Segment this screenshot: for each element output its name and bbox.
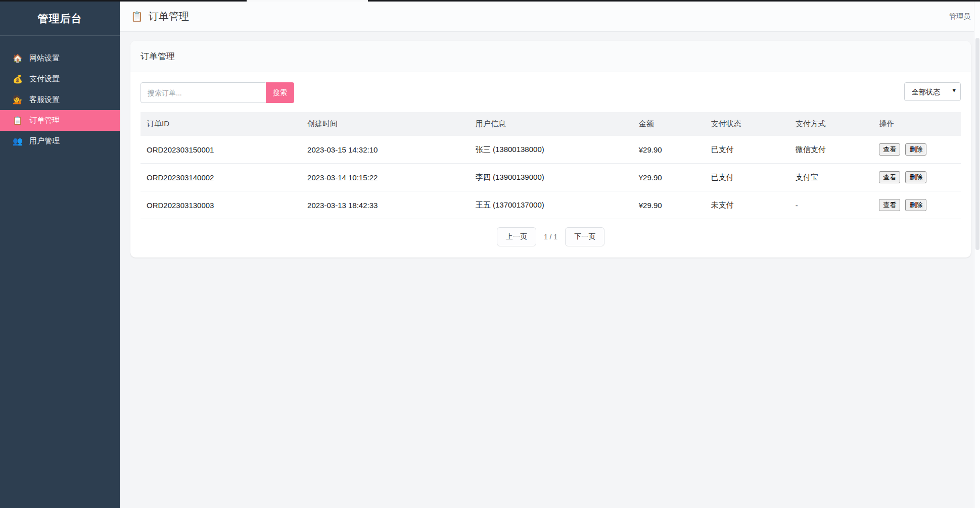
- scrollbar-thumb[interactable]: [975, 38, 979, 250]
- view-button[interactable]: 查看: [879, 171, 900, 183]
- user-info: 王五 (13700137000): [470, 191, 633, 219]
- sidebar-title: 管理后台: [0, 2, 120, 35]
- admin-app: 管理后台 🏠 网站设置 💰 支付设置 💁 客服设置 📋 订单管理 👥 用户管理: [0, 0, 980, 508]
- search-input[interactable]: [141, 82, 267, 103]
- search-button[interactable]: 搜索: [266, 82, 294, 103]
- pay-method: 微信支付: [789, 136, 873, 164]
- card-body: 搜索 全部状态 ▾: [130, 72, 971, 258]
- delete-button[interactable]: 删除: [905, 199, 926, 211]
- sidebar-item-site-settings[interactable]: 🏠 网站设置: [0, 48, 120, 69]
- col-pay-method: 支付方式: [789, 112, 873, 136]
- window-top-edge: [0, 0, 980, 2]
- current-user-label: 管理员: [949, 12, 970, 21]
- order-id: ORD202303130003: [141, 191, 301, 219]
- col-actions: 操作: [873, 112, 961, 136]
- created-at: 2023-03-15 14:32:10: [301, 136, 470, 164]
- row-actions: 查看 删除: [873, 164, 961, 191]
- orders-card: 订单管理 搜索 全部状态 ▾: [130, 41, 971, 258]
- clipboard-icon: 📋: [131, 11, 143, 22]
- view-button[interactable]: 查看: [879, 199, 900, 211]
- sidebar-item-support-settings[interactable]: 💁 客服设置: [0, 89, 120, 110]
- money-bag-icon: 💰: [13, 74, 23, 84]
- row-actions: 查看 删除: [873, 191, 961, 219]
- col-order-id: 订单ID: [141, 112, 301, 136]
- view-button[interactable]: 查看: [879, 143, 900, 156]
- sidebar-item-label: 用户管理: [29, 136, 60, 146]
- created-at: 2023-03-13 18:42:33: [301, 191, 470, 219]
- page-title: 📋 订单管理: [131, 10, 189, 23]
- next-page-button[interactable]: 下一页: [565, 227, 604, 246]
- sidebar: 管理后台 🏠 网站设置 💰 支付设置 💁 客服设置 📋 订单管理 👥 用户管理: [0, 0, 120, 508]
- window-top-edge-gap: [247, 0, 368, 2]
- table-row: ORD202303140002 2023-03-14 10:15:22 李四 (…: [141, 164, 961, 191]
- top-header: 📋 订单管理 管理员: [120, 2, 980, 32]
- sidebar-item-label: 订单管理: [29, 116, 60, 125]
- table-row: ORD202303130003 2023-03-13 18:42:33 王五 (…: [141, 191, 961, 219]
- page-info: 1 / 1: [544, 233, 557, 241]
- col-amount: 金额: [633, 112, 705, 136]
- user-info: 张三 (13800138000): [470, 136, 633, 164]
- amount: ¥29.90: [633, 136, 705, 164]
- sidebar-nav: 🏠 网站设置 💰 支付设置 💁 客服设置 📋 订单管理 👥 用户管理: [0, 36, 120, 151]
- sidebar-item-label: 客服设置: [29, 95, 60, 105]
- home-icon: 🏠: [13, 54, 23, 63]
- table-row: ORD202303150001 2023-03-15 14:32:10 张三 (…: [141, 136, 961, 164]
- status-filter-select[interactable]: 全部状态: [904, 82, 961, 101]
- orders-toolbar: 搜索 全部状态 ▾: [141, 82, 961, 103]
- sidebar-item-order-management[interactable]: 📋 订单管理: [0, 110, 120, 131]
- pay-method: 支付宝: [789, 164, 873, 191]
- vertical-scrollbar[interactable]: [974, 2, 980, 508]
- pay-status: 未支付: [705, 191, 789, 219]
- clipboard-icon: 📋: [13, 116, 23, 125]
- table-header-row: 订单ID 创建时间 用户信息 金额 支付状态 支付方式 操作: [141, 112, 961, 136]
- col-created-at: 创建时间: [301, 112, 470, 136]
- delete-button[interactable]: 删除: [905, 171, 926, 183]
- created-at: 2023-03-14 10:15:22: [301, 164, 470, 191]
- col-pay-status: 支付状态: [705, 112, 789, 136]
- order-id: ORD202303150001: [141, 136, 301, 164]
- order-id: ORD202303140002: [141, 164, 301, 191]
- pagination: 上一页 1 / 1 下一页: [141, 219, 961, 252]
- sidebar-item-label: 支付设置: [29, 74, 60, 84]
- pay-status: 已支付: [705, 136, 789, 164]
- support-person-icon: 💁: [13, 95, 23, 105]
- page-title-text: 订单管理: [149, 10, 189, 23]
- col-user-info: 用户信息: [470, 112, 633, 136]
- delete-button[interactable]: 删除: [905, 143, 926, 156]
- pay-method: -: [789, 191, 873, 219]
- row-actions: 查看 删除: [873, 136, 961, 164]
- status-filter-wrap: 全部状态 ▾: [904, 82, 961, 101]
- amount: ¥29.90: [633, 164, 705, 191]
- search-group: 搜索: [141, 82, 294, 103]
- orders-table: 订单ID 创建时间 用户信息 金额 支付状态 支付方式 操作 O: [141, 112, 961, 219]
- users-icon: 👥: [13, 136, 23, 146]
- pay-status: 已支付: [705, 164, 789, 191]
- sidebar-item-label: 网站设置: [29, 54, 60, 63]
- content-area: 订单管理 搜索 全部状态 ▾: [120, 32, 980, 508]
- prev-page-button[interactable]: 上一页: [497, 227, 536, 246]
- card-title: 订单管理: [130, 41, 971, 72]
- user-info: 李四 (13900139000): [470, 164, 633, 191]
- main-area: 📋 订单管理 管理员 订单管理 搜索 全部状态: [120, 0, 980, 508]
- sidebar-item-payment-settings[interactable]: 💰 支付设置: [0, 69, 120, 89]
- sidebar-item-user-management[interactable]: 👥 用户管理: [0, 131, 120, 151]
- amount: ¥29.90: [633, 191, 705, 219]
